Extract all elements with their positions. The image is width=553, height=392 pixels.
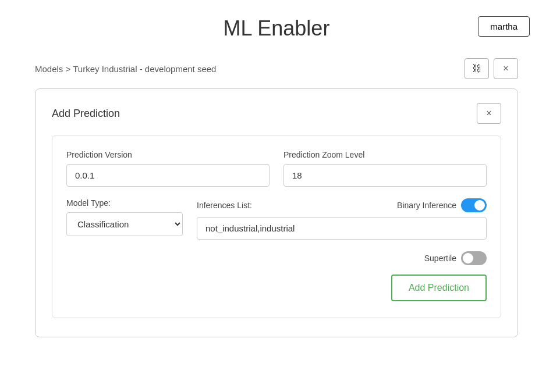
- prediction-version-label: Prediction Version: [66, 150, 270, 159]
- model-type-select[interactable]: Classification Object Detection: [66, 212, 183, 236]
- breadcrumb: Models > Turkey Industrial - development…: [35, 64, 216, 74]
- link-icon-button[interactable]: ⛓: [465, 58, 489, 79]
- prediction-version-input[interactable]: [66, 164, 270, 187]
- inferences-list-input[interactable]: [197, 217, 487, 240]
- form-card: Prediction Version Prediction Zoom Level…: [52, 136, 501, 318]
- add-prediction-row: Add Prediction: [66, 275, 487, 301]
- breadcrumb-model-name: Turkey Industrial - development seed: [73, 64, 216, 74]
- inferences-group: Inferences List: Binary Inference: [197, 198, 487, 240]
- model-type-group: Model Type: Classification Object Detect…: [66, 198, 183, 236]
- main-card: Add Prediction × Prediction Version Pred…: [35, 88, 518, 337]
- model-inferences-row: Model Type: Classification Object Detect…: [66, 198, 487, 240]
- card-title: Add Prediction: [52, 108, 120, 120]
- app-title: ML Enabler: [224, 16, 330, 41]
- prediction-zoom-group: Prediction Zoom Level: [283, 150, 487, 187]
- prediction-version-group: Prediction Version: [66, 150, 270, 187]
- breadcrumb-separator: >: [66, 64, 71, 74]
- inferences-list-label: Inferences List:: [197, 201, 252, 210]
- card-header: Add Prediction ×: [52, 103, 501, 124]
- inferences-label-row: Inferences List: Binary Inference: [197, 198, 487, 212]
- binary-inference-slider: [461, 198, 487, 212]
- user-button[interactable]: martha: [478, 16, 530, 37]
- breadcrumb-models[interactable]: Models: [35, 64, 63, 74]
- prediction-zoom-input[interactable]: [283, 164, 487, 187]
- header: ML Enabler martha: [0, 0, 553, 52]
- close-icon: ×: [503, 63, 508, 74]
- breadcrumb-close-button[interactable]: ×: [494, 58, 518, 79]
- supertile-toggle[interactable]: [461, 251, 487, 265]
- breadcrumb-row: Models > Turkey Industrial - development…: [0, 52, 553, 88]
- supertile-slider: [461, 251, 487, 265]
- model-type-label: Model Type:: [66, 198, 183, 208]
- link-icon: ⛓: [472, 63, 481, 74]
- version-zoom-row: Prediction Version Prediction Zoom Level: [66, 150, 487, 187]
- breadcrumb-actions: ⛓ ×: [465, 58, 518, 79]
- card-close-button[interactable]: ×: [477, 103, 501, 124]
- add-prediction-button[interactable]: Add Prediction: [391, 275, 487, 301]
- binary-inference-toggle[interactable]: [461, 198, 487, 212]
- card-close-icon: ×: [486, 108, 491, 119]
- bottom-row: Supertile: [66, 251, 487, 265]
- supertile-label: Supertile: [424, 254, 456, 263]
- prediction-zoom-label: Prediction Zoom Level: [283, 150, 487, 159]
- binary-inference-label: Binary Inference: [397, 201, 456, 210]
- binary-inference-toggle-wrap: Binary Inference: [397, 198, 487, 212]
- supertile-toggle-wrap: Supertile: [424, 251, 487, 265]
